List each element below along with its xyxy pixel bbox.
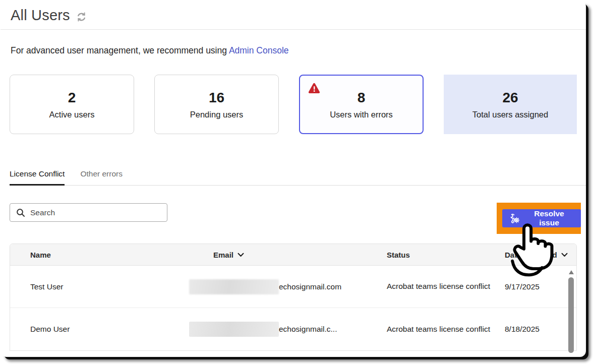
active-users-count: 2 (68, 90, 76, 106)
total-users-count: 26 (502, 90, 518, 106)
column-header-email[interactable]: Email (193, 251, 367, 259)
user-status: Acrobat teams license conflict (387, 323, 493, 335)
chevron-down-icon (561, 253, 568, 257)
email-visible-suffix: echosignmail.c... (279, 325, 337, 334)
column-header-name[interactable]: Name (10, 251, 193, 259)
column-header-status[interactable]: Status (367, 251, 485, 259)
error-tabs: License Conflict Other errors (1, 169, 586, 185)
table-row[interactable]: Test User echosignmail.com Acrobat teams… (10, 266, 576, 308)
user-name: Demo User (10, 325, 193, 334)
page-header: All Users (1, 1, 586, 24)
stats-cards: 2 Active users 16 Pending users 8 Users … (1, 75, 586, 134)
users-with-errors-label: Users with errors (330, 110, 393, 119)
redacted-email-block (189, 279, 279, 294)
users-with-errors-count: 8 (358, 90, 366, 106)
admin-console-link[interactable]: Admin Console (229, 45, 289, 55)
active-users-label: Active users (49, 110, 95, 119)
scrollbar-thumb[interactable] (568, 277, 574, 353)
card-users-with-errors[interactable]: 8 Users with errors (299, 75, 424, 134)
tab-other-errors[interactable]: Other errors (80, 169, 123, 185)
scroll-up-arrow-icon[interactable] (569, 270, 574, 274)
resolve-issue-button[interactable]: Resolve issue (502, 209, 581, 227)
pending-users-count: 16 (209, 90, 224, 106)
app-window: All Users For advanced user management, … (1, 1, 586, 357)
card-pending-users[interactable]: 16 Pending users (154, 75, 279, 134)
refresh-icon[interactable] (76, 12, 87, 22)
redacted-email-block (189, 322, 279, 337)
tab-license-conflict[interactable]: License Conflict (10, 169, 65, 185)
user-email: echosignmail.com (189, 279, 367, 294)
vertical-scrollbar[interactable] (568, 268, 574, 357)
annotation-highlight: Resolve issue (497, 203, 581, 234)
email-visible-suffix: echosignmail.com (279, 282, 341, 291)
total-users-label: Total users assigned (472, 110, 548, 119)
date-assigned: 9/17/2025 (485, 282, 576, 291)
warning-icon (308, 83, 320, 94)
resolve-wrench-gear-icon (509, 213, 520, 224)
intro-message: For advanced user management, we recomme… (11, 45, 227, 55)
resolve-button-label: Resolve issue (524, 209, 574, 227)
card-total-users-assigned[interactable]: 26 Total users assigned (444, 75, 577, 134)
table-row[interactable]: Demo User echosignmail.c... Acrobat team… (10, 308, 576, 350)
pending-users-label: Pending users (190, 110, 244, 119)
table-header-row: Name Email Status Date Assigned (10, 244, 576, 266)
header-divider (1, 29, 586, 30)
user-status: Acrobat teams license conflict (387, 280, 493, 292)
intro-text: For advanced user management, we recomme… (1, 45, 586, 56)
search-box[interactable] (10, 203, 167, 222)
page-title: All Users (11, 7, 70, 24)
user-email: echosignmail.c... (189, 322, 367, 337)
search-input[interactable] (30, 208, 161, 217)
search-icon (16, 208, 25, 217)
user-name: Test User (10, 282, 193, 291)
column-header-date-assigned[interactable]: Date Assigned (485, 251, 576, 259)
tabs-divider (10, 185, 586, 186)
date-assigned: 8/18/2025 (485, 325, 576, 334)
users-table: Name Email Status Date Assigned Test Use… (10, 244, 577, 351)
table-body: Test User echosignmail.com Acrobat teams… (10, 266, 576, 350)
chevron-down-icon (237, 253, 244, 257)
card-active-users[interactable]: 2 Active users (10, 75, 134, 134)
